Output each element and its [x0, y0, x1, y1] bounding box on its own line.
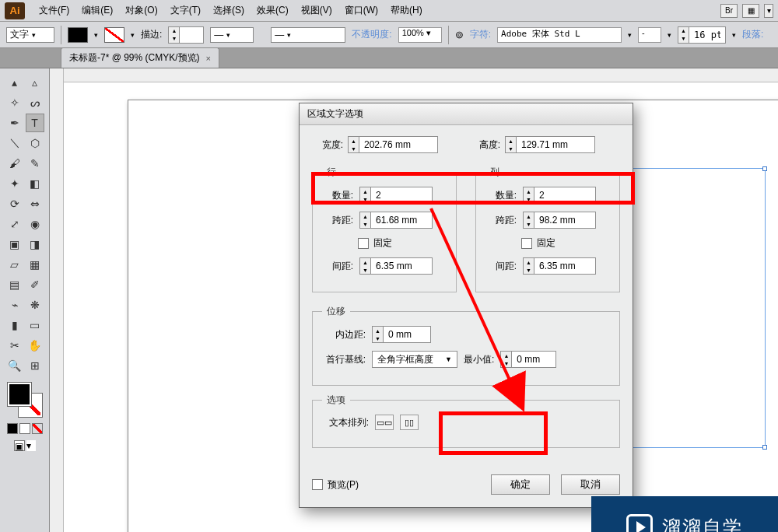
- rows-gutter-label: 间距:: [322, 260, 353, 273]
- opacity-input[interactable]: 100% ▾: [398, 27, 442, 43]
- options-group: 选项 文本排列: ▭▭ ▯▯: [312, 394, 620, 448]
- warp-tool[interactable]: ◉: [26, 215, 44, 233]
- rows-fixed-checkbox[interactable]: 固定: [358, 236, 447, 250]
- arrange-docs-button[interactable]: ▦: [742, 4, 759, 18]
- cols-count-input[interactable]: ▲▼: [523, 187, 596, 204]
- dialog-title[interactable]: 区域文字选项: [300, 103, 633, 125]
- cols-fixed-checkbox[interactable]: 固定: [521, 236, 610, 250]
- bridge-button[interactable]: Br: [720, 4, 738, 18]
- watermark: 溜溜自学 zixue.3d66.com: [591, 496, 778, 532]
- offset-group: 位移 内边距: ▲▼ 首行基线: 全角字框高度▼ 最小值: ▲▼: [312, 305, 620, 386]
- lasso-tool[interactable]: ᔕ: [26, 93, 44, 112]
- document-tabstrip: 未标题-7* @ 99% (CMYK/预览)×: [0, 48, 778, 68]
- menu-type[interactable]: 文字(T): [164, 1, 207, 20]
- inset-input[interactable]: ▲▼: [372, 326, 431, 343]
- min-input[interactable]: ▲▼: [500, 351, 556, 368]
- fill-swatch[interactable]: [68, 27, 88, 43]
- blend-tool[interactable]: ⌁: [5, 296, 24, 314]
- eraser-tool[interactable]: ◧: [26, 174, 44, 193]
- width-input[interactable]: ▲▼: [348, 136, 438, 153]
- width-label: 宽度:: [312, 138, 343, 152]
- font-family-dropdown[interactable]: Adobe 宋体 Std L: [497, 27, 622, 43]
- paragraph-label: 段落:: [742, 28, 763, 41]
- color-mode-solid[interactable]: [7, 423, 18, 434]
- flow-label: 文本排列:: [322, 416, 369, 429]
- hand-tool[interactable]: ✋: [26, 336, 44, 355]
- height-input[interactable]: ▲▼: [505, 136, 595, 153]
- arrange-dropdown[interactable]: ▾: [764, 4, 773, 18]
- stroke-dash-dropdown[interactable]: —▾: [210, 27, 254, 43]
- menu-help[interactable]: 帮助(H): [384, 1, 429, 20]
- ok-button[interactable]: 确定: [491, 474, 550, 495]
- symbol-spray-tool[interactable]: ❋: [26, 296, 44, 314]
- graph-tool[interactable]: ▮: [5, 316, 24, 334]
- baseline-label: 首行基线:: [322, 353, 366, 366]
- free-transform-tool[interactable]: ▣: [5, 235, 24, 254]
- pen-tool[interactable]: ✒: [5, 114, 24, 132]
- stroke-weight-input[interactable]: ▲▼: [168, 26, 204, 44]
- cancel-button[interactable]: 取消: [561, 474, 620, 495]
- workspace: ▴ ▵ ✧ ᔕ ✒ T ＼ ⬡ 🖌 ✎ ✦ ◧ ⟳ ⇔ ⤢ ◉ ▣ ◨ ▱ ▦ …: [0, 68, 778, 532]
- cols-span-label: 跨距:: [485, 214, 517, 227]
- scale-tool[interactable]: ⤢: [5, 215, 24, 233]
- blob-brush-tool[interactable]: ✦: [5, 174, 24, 193]
- type-tool[interactable]: T: [26, 114, 44, 132]
- menu-edit[interactable]: 编辑(E): [75, 1, 119, 20]
- rows-count-label: 数量:: [322, 189, 353, 202]
- rotate-tool[interactable]: ⟳: [5, 194, 24, 213]
- rows-count-input[interactable]: ▲▼: [359, 187, 433, 204]
- menu-file[interactable]: 文件(F): [33, 1, 75, 20]
- options-bar: 文字▾ ▾ ▾ 描边: ▲▼ —▾ —▾ 不透明度: 100% ▾ ⊚ 字符: …: [0, 22, 778, 48]
- menu-effect[interactable]: 效果(C): [251, 1, 295, 20]
- fill-color[interactable]: [8, 383, 31, 406]
- screen-mode-normal[interactable]: ▣: [14, 440, 25, 451]
- cols-gutter-input[interactable]: ▲▼: [523, 257, 596, 275]
- stroke-swatch[interactable]: [104, 27, 124, 43]
- shape-tool[interactable]: ⬡: [26, 134, 44, 152]
- line-tool[interactable]: ＼: [5, 134, 24, 152]
- gradient-tool[interactable]: ▤: [5, 275, 24, 294]
- rows-span-input[interactable]: ▲▼: [359, 212, 433, 229]
- play-icon: [626, 514, 653, 532]
- menu-view[interactable]: 视图(V): [295, 1, 338, 20]
- flow-horizontal-button[interactable]: ▭▭: [375, 415, 394, 430]
- area-type-options-dialog: 区域文字选项 宽度: ▲▼ 高度: ▲▼ 行 数量: ▲▼ 跨距: ▲▼ 固定: [299, 103, 633, 508]
- rows-span-label: 跨距:: [322, 214, 353, 227]
- shape-builder-tool[interactable]: ◨: [26, 235, 44, 254]
- close-tab-icon[interactable]: ×: [206, 54, 211, 63]
- reflect-tool[interactable]: ⇔: [26, 194, 44, 213]
- magic-wand-tool[interactable]: ✧: [5, 93, 24, 112]
- font-size-input[interactable]: ▲▼: [678, 26, 726, 44]
- baseline-dropdown[interactable]: 全角字框高度▼: [372, 351, 457, 368]
- menu-window[interactable]: 窗口(W): [338, 1, 384, 20]
- document-tab[interactable]: 未标题-7* @ 99% (CMYK/预览)×: [61, 47, 219, 68]
- menu-bar: Ai 文件(F) 编辑(E) 对象(O) 文字(T) 选择(S) 效果(C) 视…: [0, 0, 778, 22]
- cols-span-input[interactable]: ▲▼: [523, 212, 596, 229]
- eyedropper-tool[interactable]: ✐: [26, 275, 44, 294]
- ruler-horizontal: [50, 68, 778, 82]
- print-tiling-tool[interactable]: ⊞: [26, 356, 44, 375]
- color-mode-gradient[interactable]: [19, 423, 30, 434]
- inset-label: 内边距:: [322, 328, 366, 341]
- canvas[interactable]: 不芳；君子修道，不 ，九层之台起于累土 下；欲成大器，须耐 躁，一生不济；百年 …: [50, 68, 778, 532]
- perspective-tool[interactable]: ▱: [5, 255, 24, 274]
- menu-object[interactable]: 对象(O): [119, 1, 163, 20]
- mesh-tool[interactable]: ▦: [26, 255, 44, 274]
- preview-checkbox[interactable]: 预览(P): [312, 478, 359, 492]
- flow-vertical-button[interactable]: ▯▯: [400, 415, 419, 430]
- opacity-label: 不透明度:: [352, 28, 391, 41]
- selection-tool[interactable]: ▴: [5, 73, 24, 92]
- artboard-tool[interactable]: ▭: [26, 316, 44, 334]
- fill-stroke-swatches[interactable]: [8, 383, 42, 417]
- tool-mode-dropdown[interactable]: 文字▾: [6, 27, 54, 43]
- direct-selection-tool[interactable]: ▵: [26, 73, 44, 92]
- color-mode-none[interactable]: [32, 423, 43, 434]
- slice-tool[interactable]: ✂: [5, 336, 24, 355]
- brush-def-dropdown[interactable]: —▾: [271, 27, 345, 43]
- rows-gutter-input[interactable]: ▲▼: [359, 257, 433, 275]
- menu-select[interactable]: 选择(S): [207, 1, 251, 20]
- brush-tool[interactable]: 🖌: [5, 154, 24, 173]
- pencil-tool[interactable]: ✎: [26, 154, 44, 173]
- zoom-tool[interactable]: 🔍: [5, 356, 24, 375]
- font-style-dropdown[interactable]: -: [638, 27, 661, 43]
